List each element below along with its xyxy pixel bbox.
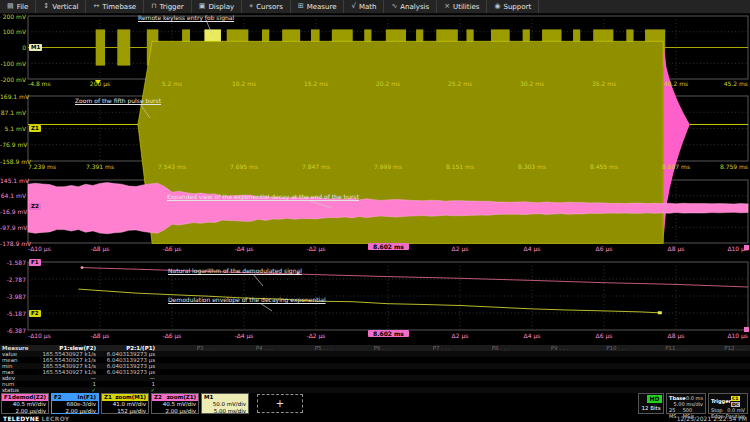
file-icon: ▤ — [7, 3, 14, 10]
grid-panel-keyless-fob[interactable] — [28, 16, 748, 79]
y-axis-tick-label: -76.9 mV — [0, 142, 26, 148]
x-axis-tick-label: 8.303 ms — [518, 164, 546, 170]
x-axis-tick-label: 7.543 ms — [158, 164, 186, 170]
menu-item-label: File — [17, 3, 29, 11]
trace-indicator-m1[interactable]: M1 — [29, 44, 42, 51]
menu-item-label: Math — [359, 3, 377, 11]
y-axis-tick-label: 169.1 mV — [0, 94, 26, 100]
y-axis-tick-label: 0 — [0, 45, 26, 51]
x-axis-tick-label: -Δ6 µs — [163, 333, 182, 339]
x-axis-tick-label: Δ8 µs — [668, 246, 685, 252]
menu-item-vertical[interactable]: ↕Vertical — [36, 0, 86, 13]
x-axis-tick-label: 7.847 ms — [302, 164, 330, 170]
menu-item-utilities[interactable]: ×Utilities — [437, 0, 487, 13]
support-icon: ◉ — [494, 3, 500, 10]
measure-column-header[interactable]: P8 . . . — [453, 345, 512, 351]
x-axis-tick-label: 7.999 ms — [374, 164, 402, 170]
menu-item-label: Measure — [307, 3, 337, 11]
measure-column-header[interactable]: P7 . . . — [394, 345, 453, 351]
x-axis-tick-label: 8.607 ms — [662, 164, 690, 170]
x-axis-tick-label: -Δ10 µs — [28, 333, 51, 339]
annotation-demod-envelope: Demodulation envelope of the decaying ex… — [168, 296, 326, 303]
trigger-source-badge: C1 — [731, 396, 739, 401]
descriptor-f2[interactable]: F2ln(F1)680e-3/div2.00 µs/div — [51, 393, 99, 414]
trace-indicator-z1[interactable]: Z1 — [29, 125, 41, 132]
marker-square-icon — [744, 327, 749, 332]
y-axis-tick-label: 100 mV — [0, 29, 26, 35]
y-axis-tick-label: 200 mV — [0, 14, 26, 20]
menu-item-label: Timebase — [102, 3, 136, 11]
x-axis-tick-label: 10.2 ms — [232, 81, 256, 87]
menu-item-timebase[interactable]: ↔Timebase — [86, 0, 144, 13]
annotation-fob-signal: Remote keyless entry fob signal — [138, 14, 234, 21]
x-axis-tick-label: 7.695 ms — [230, 164, 258, 170]
annotation-fifth-burst: Zoom of the fifth pulse burst — [75, 97, 161, 104]
x-axis-tick-label: Δ2 µs — [452, 246, 469, 252]
measure-table: MeasureP1:slew(F2)P2:1/(P1)P3 . . .P4 . … — [0, 345, 750, 393]
measure-icon: ⊞ — [298, 3, 304, 10]
descriptor-id: Z2 — [154, 394, 162, 401]
menu-item-label: Analysis — [400, 3, 429, 11]
descriptor-title: Z1zoom(M1) — [102, 394, 148, 401]
x-axis-tick-label: 45.2 ms — [724, 81, 748, 87]
menu-item-file[interactable]: ▤File — [0, 0, 36, 13]
menu-item-display[interactable]: ▣Display — [192, 0, 242, 13]
descriptor-z1[interactable]: Z1zoom(M1)41.0 mV/div152 µs/div — [101, 393, 149, 414]
descriptor-f1[interactable]: F1demod(Z2)40.5 mV/div2.00 µs/div — [1, 393, 49, 414]
descriptor-m1[interactable]: M150.0 mV/div5.00 ms/div — [201, 393, 249, 414]
descriptor-z2[interactable]: Z2zoom(Z1)40.5 mV/div2.00 µs/div — [151, 393, 199, 414]
descriptor-hscale: 2.00 µs/div — [152, 408, 198, 415]
measure-column-header[interactable]: P9 . . . — [512, 345, 571, 351]
descriptor-function: demod(Z2) — [12, 394, 46, 401]
descriptor-hscale: 152 µs/div — [102, 408, 148, 415]
x-axis-tick-label: Δ8 µs — [668, 333, 685, 339]
x-axis-tick-label: -4.8 ms — [28, 81, 51, 87]
analysis-icon: ∿ — [391, 3, 397, 10]
descriptor-title: F1demod(Z2) — [2, 394, 48, 401]
grid-panel-zoom-burst[interactable] — [28, 96, 748, 161]
timebase-box[interactable]: Tbase 0.0 ms 5.00 ms/div 25 MS 500 MS/s — [666, 393, 706, 414]
menu-item-measure[interactable]: ⊞Measure — [291, 0, 345, 13]
utilities-icon: × — [444, 3, 450, 10]
trigger-position-icon[interactable] — [95, 80, 101, 84]
menu-bar: ▤File↕Vertical↔Timebase⊓Trigger▣Display⌖… — [0, 0, 750, 14]
x-axis-tick-label: 7.239 ms — [28, 164, 56, 170]
descriptor-title: M1 — [202, 394, 248, 401]
y-axis-tick-label: 5.1 mV — [0, 126, 26, 132]
x-axis-tick-label: Δ6 µs — [596, 246, 613, 252]
measure-column-header[interactable]: P12 . . . — [689, 345, 748, 351]
menu-item-trigger[interactable]: ⊓Trigger — [144, 0, 192, 13]
trigger-box[interactable]: Trigger C1 DC Stop 0.0 mV Edge Positive — [708, 393, 748, 414]
x-axis-tick-label: 15.2 ms — [304, 81, 328, 87]
descriptor-id: Z1 — [104, 394, 112, 401]
grid-panel-decay-zoom[interactable] — [28, 180, 748, 243]
add-trace-button[interactable]: + — [257, 394, 303, 413]
menu-item-cursors[interactable]: ⌖Cursors — [242, 0, 291, 13]
grid-panel-log-traces[interactable] — [28, 262, 748, 330]
measure-column-header[interactable]: P5 . . . — [276, 345, 335, 351]
descriptor-id: M1 — [204, 394, 213, 401]
descriptor-id: F2 — [54, 394, 62, 401]
descriptor-function: ln(F1) — [78, 394, 96, 401]
trace-indicator-f2[interactable]: F2 — [29, 310, 41, 317]
acquisition-mode-box[interactable]: HD 12 Bits — [638, 393, 664, 414]
trace-indicator-z2[interactable]: Z2 — [29, 203, 41, 210]
measure-column-header[interactable]: P11 . . . — [630, 345, 689, 351]
x-axis-tick-label: -Δ4 µs — [235, 246, 254, 252]
menu-item-support[interactable]: ◉Support — [487, 0, 539, 13]
x-axis-tick-label: 8.759 ms — [720, 164, 748, 170]
x-axis-tick-label: 30.2 ms — [520, 81, 544, 87]
trace-indicator-f1[interactable]: F1 — [29, 259, 41, 266]
menu-item-analysis[interactable]: ∿Analysis — [384, 0, 437, 13]
x-axis-tick-label: Δ2 µs — [452, 333, 469, 339]
descriptor-title: Z2zoom(Z1) — [152, 394, 198, 401]
math-icon: √ — [351, 3, 355, 10]
timebase-icon: ↔ — [93, 3, 99, 10]
menu-item-math[interactable]: √Math — [344, 0, 384, 13]
measure-column-header[interactable]: P3 . . . — [158, 345, 217, 351]
measure-column-header[interactable]: P4 . . . — [217, 345, 276, 351]
measure-column-header[interactable]: P10 . . . — [571, 345, 630, 351]
y-axis-tick-label: 87.1 mV — [0, 110, 26, 116]
x-axis-tick-label: 40.2 ms — [664, 81, 688, 87]
measure-column-header[interactable]: P6 . . . — [335, 345, 394, 351]
